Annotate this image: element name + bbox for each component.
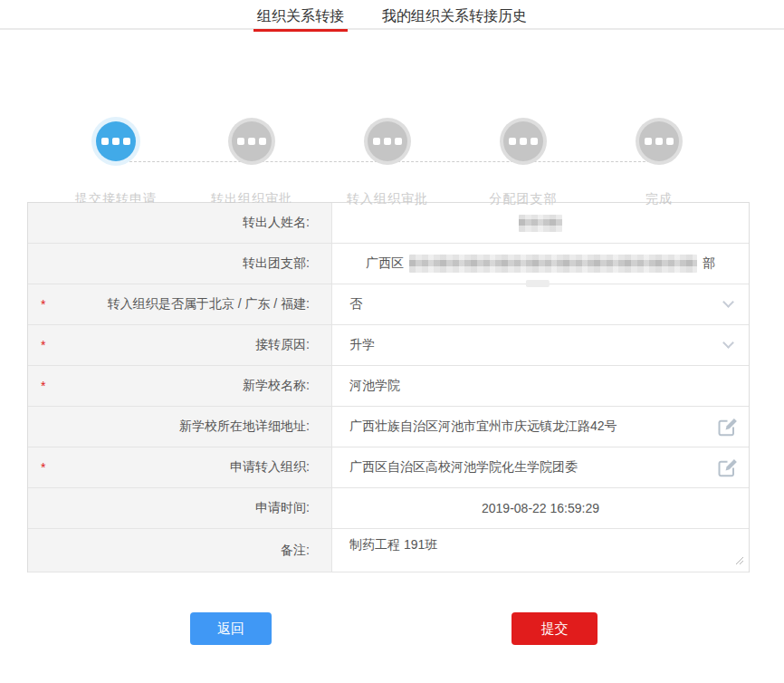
progress-stepper: 提交接转申请 转出组织审批 转入组织审批 分配团支部 完成 (0, 30, 784, 202)
field-label: 新学校所在地详细地址: (28, 407, 332, 447)
required-marker: * (41, 338, 45, 352)
select-value: 否 (349, 296, 362, 313)
field-value (332, 203, 749, 243)
step-incoming-approval: 转入组织审批 (320, 121, 455, 207)
redacted-name-value (519, 215, 562, 232)
field-label: * 接转原因: (28, 325, 332, 365)
edit-pencil-icon (716, 457, 740, 478)
step-circle-icon (232, 121, 272, 161)
remarks-value: 制药工程 191班 (349, 537, 437, 553)
branch-value-prefix: 广西区 (366, 255, 404, 272)
step-submit-application: 提交接转申请 (48, 121, 184, 207)
step-outgoing-approval: 转出组织审批 (184, 121, 320, 207)
field-value: 广西区 部 (332, 244, 749, 284)
chevron-down-icon[interactable] (722, 337, 734, 349)
row-new-school-name: * 新学校名称: 河池学院 (28, 366, 749, 407)
tab-bar: 组织关系转接 我的组织关系转接历史 (0, 0, 784, 30)
row-transfer-out-name: 转出人姓名: (28, 203, 749, 244)
edit-pencil-icon (716, 416, 740, 438)
step-complete: 完成 (591, 121, 727, 207)
required-marker: * (41, 297, 45, 312)
step-circle-icon (368, 121, 407, 161)
select-value: 升学 (349, 337, 375, 353)
field-label: 申请时间: (28, 488, 332, 528)
field-label: * 转入组织是否属于北京 / 广东 / 福建: (28, 284, 332, 324)
tab-transfer-history[interactable]: 我的组织关系转接历史 (378, 4, 531, 30)
row-transfer-out-branch: 转出团支部: 广西区 部 (28, 244, 749, 284)
step-assign-branch: 分配团支部 (455, 121, 591, 207)
field-label: 转出人姓名: (28, 203, 332, 243)
redacted-fragment (526, 280, 550, 287)
field-value: 广西区自治区高校河池学院化生学院团委 (332, 447, 749, 487)
edit-target-org-button[interactable] (714, 456, 741, 479)
step-circle-icon (96, 121, 136, 161)
field-value: 广西壮族自治区河池市宜州市庆远镇龙江路42号 (332, 407, 749, 447)
edit-address-button[interactable] (714, 415, 741, 438)
remarks-textarea[interactable]: 制药工程 191班 (332, 529, 749, 572)
reason-select[interactable]: 升学 (332, 325, 749, 365)
field-label: * 申请转入组织: (28, 447, 332, 487)
field-label: * 新学校名称: (28, 366, 332, 406)
transfer-application-form: 转出人姓名: 转出团支部: 广西区 部 * 转入组织是否属于北京 / 广东 / … (27, 202, 750, 572)
row-apply-target-org: * 申请转入组织: 广西区自治区高校河池学院化生学院团委 (28, 447, 749, 488)
region-select[interactable]: 否 (332, 284, 749, 324)
branch-value-suffix: 部 (703, 255, 715, 272)
tab-org-transfer[interactable]: 组织关系转接 (253, 4, 348, 30)
form-actions: 返回 提交 (27, 612, 750, 645)
required-marker: * (41, 379, 45, 393)
address-value: 广西壮族自治区河池市宜州市庆远镇龙江路42号 (349, 418, 617, 435)
tab-label: 组织关系转接 (257, 7, 344, 26)
chevron-down-icon[interactable] (722, 296, 734, 308)
field-label: 备注: (28, 529, 332, 572)
row-apply-time: 申请时间: 2019-08-22 16:59:29 (28, 488, 749, 529)
stepper-dashed-connector (116, 161, 659, 162)
required-marker: * (41, 460, 45, 475)
target-org-value: 广西区自治区高校河池学院化生学院团委 (349, 459, 578, 476)
back-button[interactable]: 返回 (190, 612, 272, 645)
tab-label: 我的组织关系转接历史 (382, 7, 527, 26)
field-label: 转出团支部: (28, 244, 332, 284)
input-value: 河池学院 (349, 378, 400, 394)
step-circle-icon (639, 121, 679, 161)
submit-button[interactable]: 提交 (512, 612, 598, 645)
row-region-question: * 转入组织是否属于北京 / 广东 / 福建: 否 (28, 284, 749, 325)
apply-time-value: 2019-08-22 16:59:29 (332, 488, 749, 528)
textarea-resize-handle[interactable] (735, 553, 744, 568)
row-transfer-reason: * 接转原因: 升学 (28, 325, 749, 366)
row-new-school-address: 新学校所在地详细地址: 广西壮族自治区河池市宜州市庆远镇龙江路42号 (28, 407, 749, 447)
new-school-name-input[interactable]: 河池学院 (332, 366, 749, 406)
row-remarks: 备注: 制药工程 191班 (28, 529, 749, 572)
redacted-branch-value (409, 255, 697, 273)
resize-grip-icon (735, 556, 744, 565)
step-circle-icon (503, 121, 543, 161)
